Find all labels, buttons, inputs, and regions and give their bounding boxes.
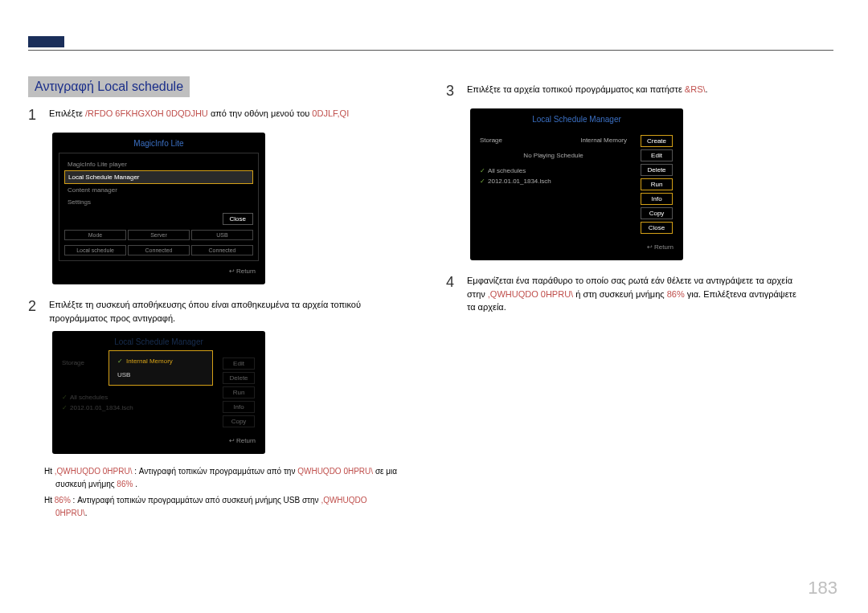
storage-popup: Internal Memory USB <box>108 350 213 386</box>
step-number: 1 <box>28 104 39 126</box>
header-divider <box>28 50 833 51</box>
step-4: 4 Εμφανίζεται ένα παράθυρο το οποίο σας … <box>446 272 832 314</box>
footnotes: Ht ,QWHUQDO 0HPRU\ : Αντιγραφή τοπικών π… <box>28 465 398 520</box>
note-1: Ht ,QWHUQDO 0HPRU\ : Αντιγραφή τοπικών π… <box>44 465 398 491</box>
mock-sidebar: Edit Delete Run Info Copy <box>219 358 259 427</box>
step-text: Εμφανίζεται ένα παράθυρο το οποίο σας ρω… <box>467 272 832 314</box>
step-number: 2 <box>28 296 39 325</box>
step-text: Επιλέξτε /RFDO 6FKHGXOH 0DQDJHU από την … <box>49 104 398 126</box>
mock-menu: MagicInfo Lite player Local Schedule Man… <box>59 153 259 261</box>
step-text: Επιλέξτε τα αρχεία τοπικού προγράμματος … <box>467 80 832 102</box>
copy-button: Copy <box>641 207 673 219</box>
header-marker <box>28 36 64 47</box>
left-column: 1 Επιλέξτε /RFDO 6FKHGXOH 0DQDJHU από τη… <box>28 104 398 523</box>
step-text: Επιλέξτε τη συσκευή αποθήκευσης όπου είν… <box>49 296 398 325</box>
popup-item-selected: Internal Memory <box>113 354 209 368</box>
step-3: 3 Επιλέξτε τα αρχεία τοπικού προγράμματο… <box>446 80 832 102</box>
mock-title: Local Schedule Manager <box>59 337 259 346</box>
page-number: 183 <box>808 578 837 599</box>
close-button: Close <box>223 213 253 225</box>
step-number: 4 <box>446 272 457 314</box>
screenshot-storage-popup: Local Schedule Manager Storage ✓All sche… <box>52 331 265 454</box>
menu-item: Content manager <box>64 184 253 196</box>
screenshot-magicinfo-menu: MagicInfo Lite MagicInfo Lite player Loc… <box>52 133 265 284</box>
popup-item: USB <box>113 368 209 382</box>
info-button: Info <box>641 193 673 205</box>
menu-item: MagicInfo Lite player <box>64 158 253 170</box>
return-label: Return <box>59 264 259 278</box>
step-number: 3 <box>446 80 457 102</box>
mock-title: Local Schedule Manager <box>477 115 677 124</box>
menu-item: Settings <box>64 196 253 208</box>
return-label: Return <box>477 240 677 254</box>
create-button: Create <box>641 135 673 147</box>
mock-body: Storage Internal Memory No Playing Sched… <box>477 135 630 234</box>
step-1: 1 Επιλέξτε /RFDO 6FKHGXOH 0DQDJHU από τη… <box>28 104 398 126</box>
return-label: Return <box>59 434 259 447</box>
mock-sidebar: Create Edit Delete Run Info Copy Close <box>637 135 677 234</box>
note-2: Ht 86% : Αντιγραφή τοπικών προγραμμάτων … <box>44 494 398 520</box>
delete-button: Delete <box>641 164 673 176</box>
step-2: 2 Επιλέξτε τη συσκευή αποθήκευσης όπου ε… <box>28 296 398 325</box>
section-title: Αντιγραφή Local schedule <box>28 76 190 97</box>
close-button: Close <box>641 222 673 234</box>
right-column: 3 Επιλέξτε τα αρχεία τοπικού προγράμματο… <box>446 80 832 321</box>
edit-button: Edit <box>641 149 673 161</box>
menu-item-selected: Local Schedule Manager <box>64 170 253 184</box>
run-button: Run <box>641 178 673 190</box>
mock-title: MagicInfo Lite <box>59 139 259 148</box>
screenshot-schedule-manager: Local Schedule Manager Storage Internal … <box>470 108 683 260</box>
